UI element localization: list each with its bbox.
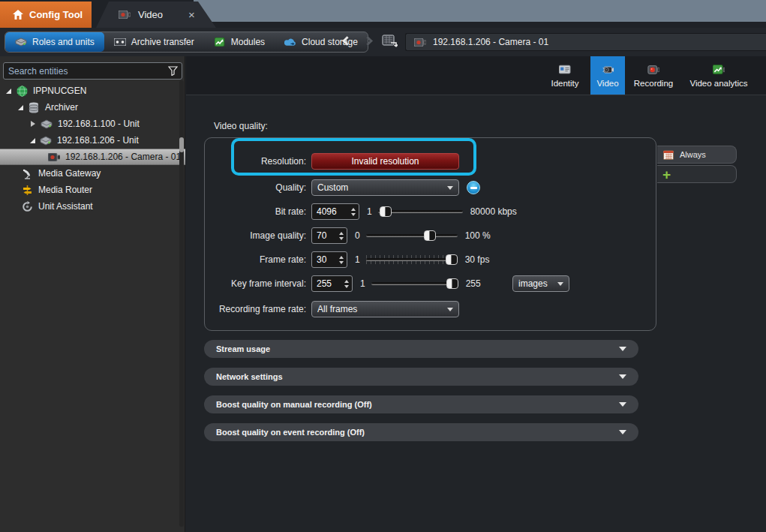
tree-label: Media Gateway: [38, 168, 101, 179]
spin-up-icon[interactable]: [344, 278, 349, 283]
schedule-add-tab[interactable]: +: [657, 165, 737, 183]
tab-label: Identity: [551, 79, 578, 88]
expander-closed-icon[interactable]: [31, 121, 35, 127]
slider-thumb[interactable]: [446, 254, 458, 265]
chevron-down-icon: [619, 402, 626, 410]
unit-box-icon: [41, 118, 53, 130]
quality-dropdown[interactable]: Custom: [311, 179, 459, 196]
tab-identity[interactable]: Identity: [540, 56, 590, 95]
key-frame-unit-dropdown[interactable]: images: [512, 275, 569, 292]
bit-rate-label: Bit rate:: [205, 206, 306, 217]
slider-thumb[interactable]: [424, 230, 436, 241]
config-tool-tab[interactable]: Config Tool: [0, 2, 92, 28]
tree-item-system[interactable]: IPPNUCGEN: [0, 83, 185, 99]
camera-icon: [414, 36, 426, 48]
config-tool-label: Config Tool: [29, 9, 83, 20]
tab-video[interactable]: Video: [590, 56, 625, 95]
chevron-down-icon: [619, 430, 626, 438]
slider-thumb[interactable]: [446, 278, 458, 289]
key-frame-interval-min: 1: [360, 278, 365, 289]
spinner-arrows[interactable]: [347, 204, 359, 219]
key-frame-interval-slider[interactable]: [371, 278, 458, 289]
spin-up-icon[interactable]: [339, 254, 344, 259]
sidebar-scrollbar-thumb[interactable]: [179, 137, 184, 152]
recording-frame-rate-label: Recording frame rate:: [205, 304, 306, 314]
tree-label: Unit Assistant: [38, 201, 93, 212]
expander-open-icon[interactable]: [18, 105, 23, 110]
titlebar: Config Tool Video ×: [0, 0, 766, 28]
recording-frame-rate-row: Recording frame rate: All frames: [205, 301, 459, 317]
roles-and-units-label: Roles and units: [32, 37, 95, 47]
tree-label: IPPNUCGEN: [33, 86, 86, 96]
section-boost-event-recording[interactable]: Boost quality on event recording (Off): [204, 423, 638, 441]
archive-transfer-button[interactable]: Archive transfer: [104, 32, 204, 52]
section-label: Boost quality on event recording (Off): [216, 428, 619, 437]
tree-label: 192.168.1.206 - Unit: [57, 135, 139, 146]
spin-up-icon[interactable]: [351, 206, 356, 211]
spinner-arrows[interactable]: [335, 252, 347, 267]
image-quality-label: Image quality:: [205, 230, 306, 241]
spin-down-icon[interactable]: [339, 237, 344, 242]
spinner-arrows[interactable]: [335, 228, 347, 243]
tab-label: Recording: [634, 79, 673, 88]
video-document-tab[interactable]: Video ×: [96, 2, 216, 28]
tree-item-media-router[interactable]: Media Router: [0, 182, 185, 198]
back-icon[interactable]: [344, 38, 350, 44]
chevron-down-icon: [619, 347, 626, 355]
spin-down-icon[interactable]: [344, 285, 349, 290]
quality-value: Custom: [317, 182, 447, 193]
video-camera-icon: [602, 64, 614, 76]
frame-rate-value: 30: [312, 252, 335, 267]
tab-partial-clipped[interactable]: P: [758, 56, 766, 95]
unit-assistant-icon: [21, 200, 33, 212]
section-label: Network settings: [216, 372, 619, 381]
search-box[interactable]: [3, 62, 182, 80]
calendar-icon: [662, 149, 674, 161]
video-tab-label: Video: [138, 9, 163, 20]
router-signpost-icon: [21, 184, 33, 196]
image-quality-slider[interactable]: [366, 230, 458, 241]
image-quality-row: Image quality: 70 0 100 %: [205, 227, 491, 244]
spin-down-icon[interactable]: [351, 213, 356, 218]
tab-recording[interactable]: Recording: [626, 56, 680, 95]
tab-video-analytics[interactable]: Video analytics: [681, 56, 756, 95]
key-frame-interval-row: Key frame interval: 255 1 255 images: [205, 275, 656, 292]
slider-thumb[interactable]: [380, 206, 392, 217]
modules-button[interactable]: Modules: [204, 32, 275, 52]
expander-open-icon[interactable]: [30, 138, 35, 143]
search-input[interactable]: [4, 66, 167, 77]
roles-and-units-button[interactable]: Roles and units: [5, 32, 104, 52]
tree-item-media-gateway[interactable]: Media Gateway: [0, 165, 185, 182]
tree-item-unit-assistant[interactable]: Unit Assistant: [0, 198, 185, 215]
video-quality-section-label: Video quality:: [214, 121, 268, 131]
spinner-arrows[interactable]: [341, 276, 352, 291]
cloud-storage-button[interactable]: Cloud storage: [275, 32, 368, 52]
spin-up-icon[interactable]: [339, 230, 344, 235]
tree-label: Media Router: [38, 185, 92, 195]
modules-chart-icon: [214, 36, 226, 48]
filter-funnel-icon[interactable]: [167, 65, 179, 77]
tree-item-archiver[interactable]: Archiver: [0, 99, 185, 116]
section-network-settings[interactable]: Network settings: [204, 368, 638, 386]
frame-rate-slider[interactable]: [366, 254, 458, 265]
remove-custom-quality-button[interactable]: [467, 181, 480, 194]
tree-item-camera-01-selected[interactable]: 192.168.1.206 - Camera - 01: [0, 149, 185, 165]
recording-frame-rate-dropdown[interactable]: All frames: [311, 301, 459, 317]
tree-item-unit-206[interactable]: 192.168.1.206 - Unit: [0, 132, 185, 149]
forward-icon[interactable]: [365, 38, 371, 44]
close-icon[interactable]: ×: [188, 8, 195, 21]
bit-rate-spinner[interactable]: 4096: [311, 203, 359, 220]
expander-open-icon[interactable]: [6, 89, 11, 94]
copy-configuration-icon[interactable]: [382, 34, 398, 51]
bit-rate-slider[interactable]: [378, 206, 463, 217]
schedule-always-label: Always: [680, 150, 706, 159]
spin-down-icon[interactable]: [339, 261, 344, 266]
breadcrumb[interactable]: 192.168.1.206 - Camera - 01: [405, 33, 766, 51]
frame-rate-spinner[interactable]: 30: [311, 251, 347, 268]
section-boost-manual-recording[interactable]: Boost quality on manual recording (Off): [204, 395, 638, 413]
image-quality-spinner[interactable]: 70: [311, 227, 347, 244]
schedule-tab-always[interactable]: Always: [657, 146, 737, 164]
tree-item-unit-100[interactable]: 192.168.1.100 - Unit: [0, 116, 185, 132]
key-frame-interval-spinner[interactable]: 255: [311, 275, 353, 292]
section-stream-usage[interactable]: Stream usage: [204, 340, 638, 358]
